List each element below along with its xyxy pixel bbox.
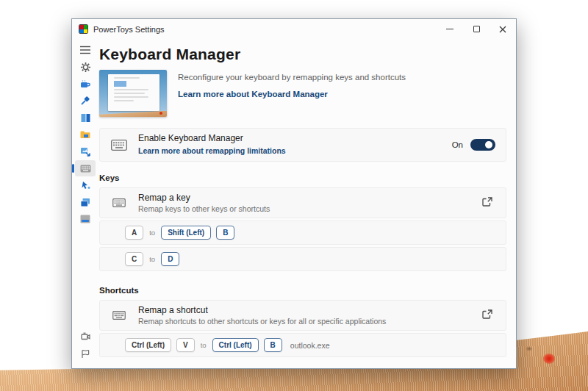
toggle-knob — [485, 141, 492, 148]
enable-keyboard-manager-toggle[interactable] — [470, 139, 495, 151]
video-conference-icon — [81, 332, 90, 341]
maximize-button[interactable] — [463, 19, 490, 39]
keyboard-icon-small — [110, 198, 128, 207]
shortcut-mappings-list: Ctrl (Left)VtoCtrl (Left)Boutlook.exe — [99, 333, 506, 357]
desktop-background: PowerToys Settings — [0, 0, 588, 391]
window-title: PowerToys Settings — [93, 25, 437, 34]
source-key-chip: V — [176, 338, 195, 352]
keyboard-shortcut-icon — [110, 311, 128, 320]
close-button[interactable] — [490, 19, 516, 39]
sidebar-item-keyboard-manager[interactable] — [75, 160, 96, 176]
source-key-chip: A — [125, 226, 143, 240]
minimize-icon — [446, 29, 453, 29]
window-controls — [437, 19, 516, 39]
powertoys-settings-window: PowerToys Settings — [71, 18, 517, 369]
open-remap-shortcut-button[interactable] — [479, 306, 495, 324]
hero-section: Reconfigure your keyboard by remapping k… — [99, 70, 506, 117]
sidebar — [72, 39, 98, 368]
sidebar-menu-button[interactable] — [75, 42, 96, 58]
awake-icon — [80, 79, 90, 89]
to-separator: to — [149, 255, 155, 263]
menu-icon — [80, 46, 90, 54]
target-key-chip: Ctrl (Left) — [212, 338, 259, 352]
red-flower — [543, 354, 555, 364]
sidebar-item-feedback[interactable] — [75, 345, 96, 362]
source-key-chip: C — [125, 252, 143, 266]
keyboard-icon — [110, 140, 128, 151]
sidebar-item-powertoys-run[interactable] — [75, 211, 96, 227]
remap-shortcut-subtitle: Remap shortcuts to other shortcuts or ke… — [138, 317, 386, 326]
page-title: Keyboard Manager — [99, 46, 506, 63]
target-key-chip: D — [161, 252, 179, 266]
source-key-chip: Ctrl (Left) — [125, 338, 171, 352]
close-icon — [499, 26, 506, 33]
shortcuts-section-label: Shortcuts — [99, 286, 506, 295]
target-app-label: outlook.exe — [290, 341, 330, 350]
powerrename-icon — [80, 198, 90, 207]
general-settings-gear-icon — [80, 62, 91, 73]
enable-keyboard-manager-card: Enable Keyboard Manager Learn more about… — [99, 128, 506, 162]
open-window-icon — [482, 197, 492, 207]
mapping-row: AtoShift (Left)B — [99, 220, 506, 245]
preview-ground — [99, 111, 167, 117]
keyboard-manager-icon — [80, 165, 91, 173]
remapping-limitations-link[interactable]: Learn more about remapping limitations — [138, 146, 286, 155]
sidebar-item-mouse-utilities[interactable] — [75, 177, 96, 193]
sidebar-item-powerrename[interactable] — [75, 194, 96, 210]
sidebar-item-video-conference[interactable] — [75, 329, 96, 345]
to-separator: to — [149, 229, 155, 237]
maximize-icon — [473, 26, 480, 32]
sidebar-item-image-resizer[interactable] — [75, 143, 96, 159]
open-window-icon — [482, 309, 492, 319]
sidebar-item-general[interactable] — [75, 59, 96, 75]
enable-card-title: Enable Keyboard Manager — [138, 133, 286, 143]
preview-mini-window — [108, 74, 159, 111]
image-resizer-icon — [80, 147, 90, 157]
file-explorer-folder-icon — [80, 130, 90, 139]
keyboard-manager-preview-image — [99, 70, 167, 117]
keys-section-label: Keys — [99, 173, 506, 182]
toggle-state-label: On — [452, 140, 463, 149]
sidebar-item-color-picker[interactable] — [75, 93, 96, 109]
sidebar-item-fancyzones[interactable] — [75, 110, 96, 126]
target-key-chip: Shift (Left) — [161, 226, 211, 240]
open-remap-key-button[interactable] — [479, 194, 495, 212]
mapping-row: Ctrl (Left)VtoCtrl (Left)Boutlook.exe — [99, 333, 506, 357]
remap-a-shortcut-card: Remap a shortcut Remap shortcuts to othe… — [99, 300, 506, 331]
sidebar-item-file-explorer[interactable] — [75, 126, 96, 143]
page-description: Reconfigure your keyboard by remapping k… — [178, 73, 406, 82]
fancyzones-icon — [81, 113, 90, 123]
to-separator: to — [201, 341, 207, 349]
feedback-flag-icon — [81, 349, 90, 359]
learn-more-link[interactable]: Learn more about Keyboard Manager — [178, 90, 328, 98]
mapping-row: CtoD — [99, 247, 506, 271]
remap-key-subtitle: Remap keys to other keys or shortcuts — [138, 204, 270, 213]
titlebar: PowerToys Settings — [72, 19, 516, 39]
preview-flower — [159, 112, 162, 115]
powertoys-app-icon — [79, 24, 88, 34]
remap-shortcut-title: Remap a shortcut — [138, 305, 386, 315]
target-key-chip: B — [264, 338, 282, 352]
key-mappings-list: AtoShift (Left)BCtoD — [99, 220, 506, 271]
sidebar-item-awake[interactable] — [75, 76, 96, 92]
mouse-utilities-icon — [80, 181, 90, 190]
color-picker-icon — [80, 96, 90, 106]
remap-key-title: Remap a key — [138, 193, 270, 203]
remap-a-key-card: Remap a key Remap keys to other keys or … — [99, 187, 506, 218]
main-content: Keyboard Manager — [98, 39, 516, 368]
minimize-button[interactable] — [437, 19, 463, 39]
powertoys-run-icon — [80, 215, 90, 223]
target-key-chip: B — [216, 226, 234, 240]
